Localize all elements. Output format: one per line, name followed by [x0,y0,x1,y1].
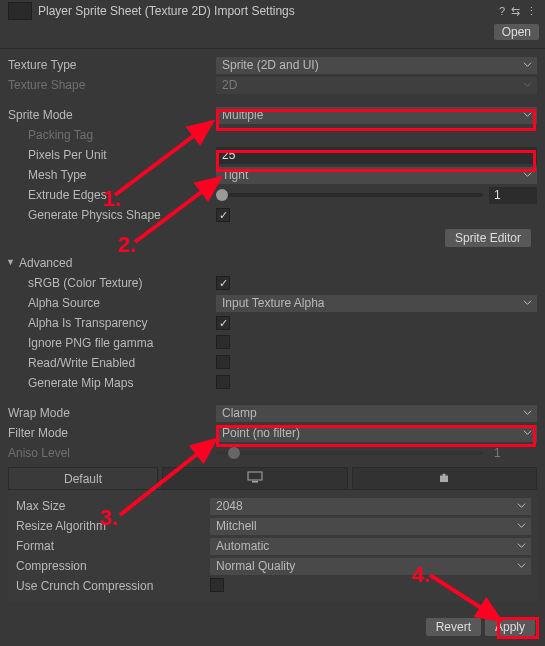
resize-algorithm-dropdown[interactable]: Mitchell [210,518,531,535]
srgb-label: sRGB (Color Texture) [6,276,216,290]
texture-type-label: Texture Type [6,58,216,72]
texture-shape-label: Texture Shape [6,78,216,92]
texture-shape-dropdown: 2D [216,77,537,94]
preset-icon[interactable]: ⇆ [511,5,520,18]
texture-type-dropdown[interactable]: Sprite (2D and UI) [216,57,537,74]
chevron-down-icon [517,521,526,530]
extrude-edges-value[interactable]: 1 [489,187,537,204]
sprite-editor-button[interactable]: Sprite Editor [445,229,531,247]
chevron-down-icon [523,298,532,307]
chevron-down-icon [523,80,532,89]
read-write-checkbox[interactable] [216,355,230,369]
help-icon[interactable]: ? [499,5,505,17]
compression-label: Compression [14,559,210,573]
platform-tab-default[interactable]: Default [8,467,158,489]
max-size-label: Max Size [14,499,210,513]
mesh-type-label: Mesh Type [6,168,216,182]
alpha-is-transparency-checkbox[interactable] [216,316,230,330]
format-label: Format [14,539,210,553]
alpha-source-label: Alpha Source [6,296,216,310]
svg-rect-0 [248,472,262,480]
packing-tag-label: Packing Tag [6,128,216,142]
menu-icon[interactable]: ⋮ [526,5,537,18]
format-dropdown[interactable]: Automatic [210,538,531,555]
filter-mode-dropdown[interactable]: Point (no filter) [216,425,537,442]
apply-button[interactable]: Apply [485,618,535,636]
wrap-mode-dropdown[interactable]: Clamp [216,405,537,422]
wrap-mode-label: Wrap Mode [6,406,216,420]
aniso-level-label: Aniso Level [6,446,216,460]
open-button[interactable]: Open [494,24,539,40]
sprite-mode-dropdown[interactable]: Multiple [216,107,537,124]
chevron-down-icon [523,60,532,69]
srgb-checkbox[interactable] [216,276,230,290]
asset-thumbnail-icon [8,2,32,20]
chevron-down-icon [517,561,526,570]
generate-physics-shape-label: Generate Physics Shape [6,208,216,222]
aniso-level-value: 1 [489,445,537,462]
use-crunch-checkbox[interactable] [210,578,224,592]
alpha-source-dropdown[interactable]: Input Texture Alpha [216,295,537,312]
svg-rect-1 [252,481,258,483]
ignore-png-gamma-checkbox[interactable] [216,335,230,349]
desktop-icon [247,471,263,486]
use-crunch-label: Use Crunch Compression [14,579,210,593]
inspector-title: Player Sprite Sheet (Texture 2D) Import … [38,4,499,18]
svg-point-3 [445,474,447,476]
chevron-down-icon [523,170,532,179]
platform-tab-android[interactable] [352,467,538,489]
chevron-down-icon [517,541,526,550]
compression-dropdown[interactable]: Normal Quality [210,558,531,575]
revert-button[interactable]: Revert [426,618,481,636]
ignore-png-gamma-label: Ignore PNG file gamma [6,336,216,350]
extrude-edges-label: Extrude Edges [6,188,216,202]
advanced-foldout[interactable]: Advanced [6,253,537,273]
platform-tab-desktop[interactable] [162,467,348,489]
aniso-level-slider: 1 [216,445,537,462]
mesh-type-dropdown[interactable]: Tight [216,167,537,184]
svg-point-2 [441,474,443,476]
pixels-per-unit-label: Pixels Per Unit [6,148,216,162]
chevron-down-icon [523,110,532,119]
alpha-is-transparency-label: Alpha Is Transparency [6,316,216,330]
filter-mode-label: Filter Mode [6,426,216,440]
resize-algorithm-label: Resize Algorithm [14,519,210,533]
chevron-down-icon [523,408,532,417]
chevron-down-icon [517,501,526,510]
generate-physics-shape-checkbox[interactable] [216,208,230,222]
extrude-edges-slider[interactable]: 1 [216,187,537,204]
foldout-triangle-icon [6,256,15,270]
chevron-down-icon [523,428,532,437]
sprite-mode-label: Sprite Mode [6,108,216,122]
read-write-label: Read/Write Enabled [6,356,216,370]
generate-mipmaps-label: Generate Mip Maps [6,376,216,390]
pixels-per-unit-field[interactable]: 25 [216,147,537,164]
generate-mipmaps-checkbox[interactable] [216,375,230,389]
max-size-dropdown[interactable]: 2048 [210,498,531,515]
android-icon [437,470,451,487]
